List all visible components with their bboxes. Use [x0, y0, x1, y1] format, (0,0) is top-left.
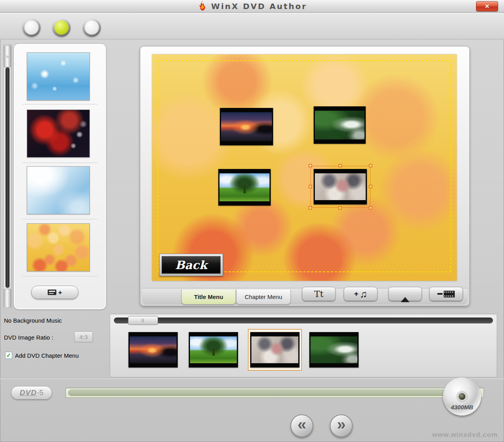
- chapter-menu-label: Add DVD Chapter Menu: [15, 352, 79, 359]
- minus-icon: [437, 293, 443, 295]
- dvd-menu-preview-panel: Back: [140, 46, 470, 306]
- timeline-clip-people[interactable]: [250, 332, 299, 368]
- winx-dvd-author-window: WinX DVD Author × +: [0, 0, 504, 442]
- disc-type-button[interactable]: DVD -5: [11, 386, 52, 399]
- leaves-thumbnail: [311, 336, 357, 363]
- close-button[interactable]: ×: [476, 1, 498, 11]
- step-1-button[interactable]: [22, 19, 41, 37]
- tree-thumbnail: [219, 173, 270, 201]
- clip-timeline-panel: [110, 314, 497, 377]
- previous-step-button[interactable]: «: [290, 414, 313, 437]
- plus-icon: +: [354, 290, 359, 298]
- disc-capacity-bar: [65, 388, 484, 398]
- template-list-panel: +: [13, 43, 106, 310]
- back-button-label: Back: [162, 256, 221, 274]
- divider: [22, 219, 97, 219]
- add-text-button[interactable]: Tt: [302, 287, 336, 301]
- template-red-roses-dark[interactable]: [27, 110, 90, 158]
- template-list-scrollbar[interactable]: [3, 44, 12, 309]
- divider: [22, 163, 97, 163]
- divider: [22, 104, 97, 104]
- disc-hole-icon: [457, 392, 467, 401]
- up-arrow-icon: [401, 290, 409, 297]
- scrollbar-track[interactable]: [6, 67, 9, 288]
- menu-clip-people[interactable]: [314, 169, 367, 204]
- timeline-clip-leaves[interactable]: [309, 332, 359, 368]
- sunset-thumbnail: [221, 112, 272, 141]
- timeline-scrollbar-thumb[interactable]: [128, 316, 158, 325]
- dvd-disc-icon: 4300MB: [443, 377, 481, 416]
- scrollbar-bottom-cap[interactable]: [4, 289, 11, 308]
- background-music-status: No Background Music: [4, 317, 62, 324]
- music-note-icon: ♫: [360, 288, 367, 300]
- film-strip-icon: [444, 291, 455, 297]
- disc-capacity-text: 4300MB: [443, 404, 481, 410]
- menu-clip-leaves[interactable]: [314, 106, 366, 144]
- disc-type-suffix: -5: [37, 388, 43, 397]
- timeline-selected-frame: [248, 329, 302, 371]
- website-link: www.winxdvd.com: [432, 431, 498, 439]
- scrollbar-thumb[interactable]: [4, 45, 11, 67]
- template-blue-sparkle-water[interactable]: [27, 52, 90, 100]
- text-icon: Tt: [314, 289, 324, 299]
- step-2-indicator-icon: [54, 20, 69, 35]
- back-button[interactable]: Back: [159, 254, 223, 276]
- step-3-indicator-icon: [85, 20, 99, 35]
- remove-clip-button[interactable]: [429, 287, 463, 301]
- ratio-label: DVD Image Ratio :: [4, 334, 53, 341]
- timeline-clip-tree[interactable]: [189, 332, 238, 368]
- timeline-clip-sunset[interactable]: [128, 332, 178, 368]
- steps-toolbar: [0, 13, 504, 39]
- flame-logo-icon: [197, 0, 207, 13]
- menu-clip-sunset[interactable]: [220, 108, 273, 145]
- footer-divider: [0, 378, 504, 379]
- people-thumbnail: [315, 173, 366, 200]
- add-chapter-menu-option[interactable]: ✓ Add DVD Chapter Menu: [5, 352, 79, 359]
- disc-type-label: DVD: [20, 388, 37, 397]
- tab-chapter-menu[interactable]: Chapter Menu: [236, 290, 291, 305]
- add-music-button[interactable]: + ♫: [344, 287, 378, 301]
- template-blue-abstract[interactable]: [27, 166, 90, 214]
- step-3-button[interactable]: [83, 19, 101, 37]
- people-thumbnail: [251, 336, 298, 363]
- add-menu-template-button[interactable]: +: [31, 286, 78, 299]
- plus-icon: +: [58, 289, 62, 296]
- divider: [22, 276, 97, 277]
- step-1-indicator-icon: [24, 20, 39, 35]
- timeline-scrollbar[interactable]: [114, 318, 493, 323]
- disc-capacity-fill: [68, 390, 469, 396]
- set-background-button[interactable]: [388, 287, 422, 301]
- tab-title-menu[interactable]: Title Menu: [181, 290, 236, 305]
- checkbox-checked-icon[interactable]: ✓: [5, 352, 12, 359]
- double-chevron-left-icon: «: [298, 416, 306, 432]
- step-2-button[interactable]: [52, 19, 71, 37]
- menu-clip-tree[interactable]: [218, 169, 271, 206]
- window-title: WinX DVD Author: [211, 2, 307, 11]
- tree-thumbnail: [190, 336, 237, 363]
- double-chevron-right-icon: »: [337, 416, 346, 432]
- leaves-thumbnail: [315, 111, 365, 139]
- ratio-value-button: 4:3: [74, 331, 93, 342]
- sunset-thumbnail: [130, 336, 177, 363]
- title-bar: WinX DVD Author ×: [0, 0, 504, 13]
- template-yellow-roses[interactable]: [27, 223, 90, 271]
- menu-screen-icon: [48, 290, 56, 295]
- dvd-menu-canvas[interactable]: Back: [152, 54, 457, 281]
- safe-area-guide: [158, 60, 451, 272]
- next-step-button[interactable]: »: [330, 414, 353, 437]
